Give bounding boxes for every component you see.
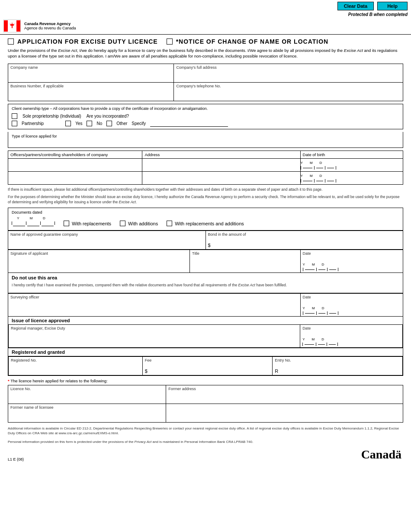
entry-no-input[interactable] [280, 369, 400, 374]
docs-date-inputs [12, 220, 55, 226]
reg-no-label: Registered No. [11, 358, 140, 362]
insufficient-space-para: If there is insufficient space, please l… [8, 187, 403, 192]
issue-m-label: M [311, 337, 315, 341]
help-button[interactable]: Help [377, 2, 408, 10]
docs-y-label: Y [12, 216, 25, 220]
no-checkbox[interactable] [87, 121, 92, 126]
officer1-name-cell[interactable] [8, 158, 142, 171]
regional-manager-label: Regional manager, Excise Duty [11, 326, 298, 330]
guarantee-name-input[interactable] [10, 243, 203, 248]
business-number-input[interactable] [10, 94, 171, 99]
dollar-sign-bond: $ [208, 243, 211, 248]
guarantee-name-label: Name of approved guarantee company [10, 232, 203, 237]
regional-table: Regional manager, Excise Duty Date Y M [8, 324, 403, 348]
agency-name-en: Canada Revenue Agency [24, 22, 76, 26]
footer-personal: Personal information provided on this fo… [8, 439, 403, 444]
notice-star: * [8, 378, 10, 383]
former-address-input[interactable] [168, 397, 401, 402]
replacements-checkbox[interactable] [64, 221, 69, 226]
application-title: APPLICATION FOR EXCISE DUTY LICENCE [17, 38, 158, 45]
notice-title-box: *NOTICE OF CHANGE OF NAME OR LOCATION [167, 38, 329, 45]
application-checkbox[interactable] [8, 38, 14, 45]
officers-name-header: Officers/partners/controlling shareholde… [8, 151, 142, 158]
registered-section: Registered and granted Registered No. Fe… [8, 348, 403, 376]
clear-data-button[interactable]: Clear Data [337, 2, 374, 10]
survey-y-label: Y [303, 306, 305, 310]
docs-month-input[interactable] [27, 220, 39, 226]
docs-day-input[interactable] [42, 220, 54, 226]
title-input[interactable] [192, 262, 298, 267]
additions-checkbox[interactable] [120, 221, 125, 226]
replacements-label: With replacements [72, 221, 111, 226]
fee-input[interactable] [149, 369, 270, 374]
docs-d-label: D [38, 216, 51, 220]
reg-no-input[interactable] [11, 369, 140, 374]
bond-amount-input[interactable] [212, 243, 401, 248]
officer1-dob-cell: Y M D [300, 158, 403, 171]
surveying-input[interactable] [10, 305, 298, 315]
company-tel-input[interactable] [176, 94, 401, 99]
docs-title: Documents dated [12, 210, 399, 215]
other-checkbox[interactable] [106, 121, 112, 126]
officer2-address-cell[interactable] [142, 171, 300, 184]
svg-rect-0 [4, 20, 8, 32]
officer2-name-input[interactable] [8, 172, 142, 184]
company-address-label: Company's full address [176, 65, 401, 70]
sig-d-label: D [322, 263, 324, 266]
sig-label: Signature of applicant [10, 251, 187, 256]
security-check-para: For the purposes of determining whether … [8, 195, 403, 205]
bond-label: Bond in the amount of [208, 232, 401, 237]
yes-label: Yes [75, 121, 82, 126]
notice-checkbox[interactable] [167, 38, 173, 45]
licence-no-input[interactable] [10, 397, 164, 402]
officer-row-1: Y M D [8, 158, 403, 171]
docs-year-input[interactable] [13, 220, 25, 226]
ownership-row1: Sole proprietorship (Individual) Are you… [12, 113, 399, 119]
partnership-checkbox[interactable] [12, 121, 17, 126]
replacements-additions-checkbox[interactable] [167, 221, 172, 226]
additions-group: With additions [120, 221, 158, 226]
licence-type-input[interactable] [12, 138, 399, 144]
guarantee-table: Name of approved guarantee company Bond … [8, 231, 403, 250]
issue-section: Issue of licence approved Regional manag… [8, 317, 403, 348]
issue-y-label: Y [302, 337, 305, 341]
officer-row-2: Y M D [8, 171, 403, 184]
officer1-name-input[interactable] [8, 159, 142, 171]
officer1-address-input[interactable] [142, 159, 300, 171]
form-content: APPLICATION FOR EXCISE DUTY LICENCE *NOT… [0, 38, 411, 461]
company-info-table: Company name Company's full address Busi… [8, 64, 403, 101]
title-row: APPLICATION FOR EXCISE DUTY LICENCE *NOT… [8, 38, 403, 45]
survey-m-label: M [312, 306, 315, 310]
r-prefix: R [275, 369, 278, 374]
specify-label: Specify [132, 121, 146, 126]
officer1-address-cell[interactable] [142, 158, 300, 171]
regional-manager-input[interactable] [11, 337, 298, 346]
sole-proprietorship-checkbox[interactable] [12, 113, 17, 119]
do-not-text: I hereby certify that I have examined th… [12, 283, 399, 288]
former-name-input[interactable] [10, 416, 164, 421]
company-name-input[interactable] [10, 76, 171, 81]
surveying-label: Surveying officer [10, 295, 298, 299]
header-row: Canada Revenue Agency Agence du revenu d… [0, 18, 411, 35]
yes-checkbox[interactable] [65, 121, 71, 126]
company-address-input[interactable] [176, 76, 401, 81]
do-not-use-section: Do not use this area I hereby certify th… [8, 273, 403, 293]
specify-input-line[interactable] [150, 121, 228, 127]
company-tel-label: Company's telephone No. [176, 84, 401, 88]
officer2-name-cell[interactable] [8, 171, 142, 184]
officer2-address-input[interactable] [142, 172, 300, 184]
additions-label: With additions [128, 221, 158, 226]
entry-no-label: Entry No. [275, 358, 400, 362]
ownership-section: Client ownership type – All corporations… [8, 104, 403, 129]
footer-additional: Additional information is available in C… [8, 426, 403, 436]
incorporated-question: Are you incorporated? [87, 114, 129, 119]
survey-d-label: D [322, 306, 324, 310]
replacements-additions-label: With replacements and additions [175, 221, 244, 226]
company-name-label: Company name [10, 65, 171, 70]
docs-date: Y M D [12, 216, 55, 226]
dob-y-label2: Y [301, 174, 303, 178]
former-name-label: Former name of licensee [10, 405, 164, 410]
surveying-table: Surveying officer Date Y M D [8, 293, 403, 317]
issue-d-label: D [321, 337, 324, 341]
title-label: Title [192, 251, 298, 256]
